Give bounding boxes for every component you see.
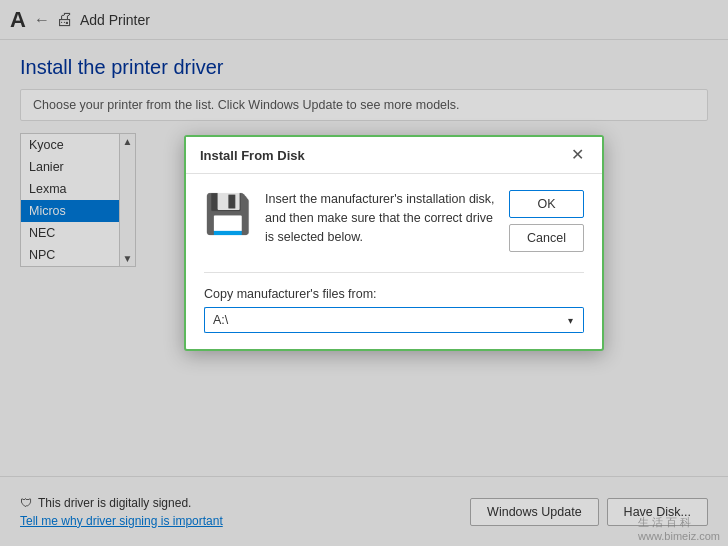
dialog-message: Insert the manufacturer's installation d… <box>265 190 495 246</box>
dialog-top-section: 💾 Insert the manufacturer's installation… <box>204 190 584 252</box>
dialog-action-buttons: OK Cancel <box>509 190 584 252</box>
disk-icon: 💾 <box>204 192 251 236</box>
dialog-close-button[interactable]: ✕ <box>567 147 588 163</box>
copy-section: Copy manufacturer's files from: ▾ <box>204 272 584 333</box>
copy-input-row: ▾ <box>204 307 584 333</box>
dialog-body: 💾 Insert the manufacturer's installation… <box>186 174 602 349</box>
copy-dropdown-button[interactable]: ▾ <box>558 307 584 333</box>
ok-button[interactable]: OK <box>509 190 584 218</box>
dialog-overlay: Install From Disk ✕ 💾 Insert the manufac… <box>0 0 728 546</box>
copy-path-input[interactable] <box>204 307 558 333</box>
install-from-disk-dialog: Install From Disk ✕ 💾 Insert the manufac… <box>184 135 604 351</box>
background-page: A ← 🖨 Add Printer Install the printer dr… <box>0 0 728 546</box>
dialog-title: Install From Disk <box>200 148 305 163</box>
copy-label: Copy manufacturer's files from: <box>204 287 584 301</box>
cancel-button[interactable]: Cancel <box>509 224 584 252</box>
dialog-titlebar: Install From Disk ✕ <box>186 137 602 174</box>
dropdown-arrow-icon: ▾ <box>568 315 573 326</box>
